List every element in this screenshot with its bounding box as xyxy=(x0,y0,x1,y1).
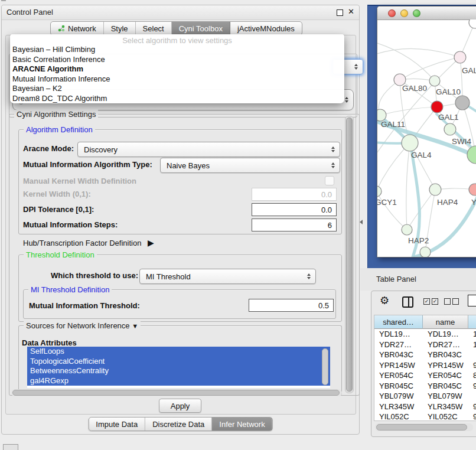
apply-button[interactable]: Apply xyxy=(159,399,201,413)
network-node-hap2[interactable] xyxy=(402,224,412,235)
network-node-label: GCY1 xyxy=(377,198,397,207)
column-header-partial[interactable]: A xyxy=(468,315,476,329)
close-icon[interactable]: ✕ xyxy=(348,7,354,16)
table-row[interactable]: YDL19…YDL19…13 xyxy=(374,329,476,340)
tab-cyni-toolbox[interactable]: Cyni Toolbox xyxy=(172,22,230,35)
panel-corner-chip[interactable] xyxy=(3,444,18,450)
network-node-gal1[interactable] xyxy=(431,101,443,113)
mac-minimize-icon[interactable] xyxy=(400,9,408,17)
attribute-item[interactable]: TopologicalCoefficient xyxy=(27,357,330,367)
network-edge[interactable] xyxy=(377,191,407,230)
dropdown-item[interactable]: Bayesian – K2 xyxy=(10,84,344,94)
table-cell: 9. xyxy=(468,361,476,370)
table-hscroll-thumb[interactable] xyxy=(376,424,467,431)
settings-vscroll-track[interactable] xyxy=(345,116,354,393)
network-edge[interactable] xyxy=(400,57,460,80)
bottom-tab-infer-network[interactable]: Infer Network xyxy=(212,418,272,431)
network-node-swi4[interactable] xyxy=(444,123,456,135)
attribute-item[interactable]: gal4RGexp xyxy=(27,376,330,386)
network-node-green-right[interactable] xyxy=(467,146,476,164)
which-threshold-combo[interactable]: MI Threshold xyxy=(139,269,316,284)
columns-icon[interactable] xyxy=(402,296,413,308)
new-table-icon[interactable] xyxy=(468,295,476,306)
dropdown-item[interactable]: ARACNE Algorithm xyxy=(10,64,344,74)
network-node-gray-node[interactable] xyxy=(455,96,470,110)
network-node-salmon-node[interactable] xyxy=(469,184,476,195)
column-header-name[interactable]: name xyxy=(423,315,468,329)
stepper-icon xyxy=(305,269,312,283)
attributes-scrollbar[interactable] xyxy=(322,348,328,385)
float-window-icon[interactable] xyxy=(337,9,343,16)
mi-steps-field[interactable]: 6 xyxy=(252,219,337,231)
table-row[interactable]: YBL079WYBL079W xyxy=(374,391,476,402)
bottom-tab-impute-data[interactable]: Impute Data xyxy=(89,418,145,431)
mi-threshold-field[interactable]: 0.5 xyxy=(249,299,334,312)
tab-style[interactable]: Style xyxy=(104,22,136,35)
threshold-definition-caption: Threshold Definition xyxy=(24,250,97,259)
manual-kernel-checkbox[interactable] xyxy=(325,176,334,185)
table-cell: 13 xyxy=(468,330,476,338)
table-hscroll-track[interactable] xyxy=(375,423,473,431)
top-edge-mark xyxy=(1,0,6,1)
bottom-tab-discretize-data[interactable]: Discretize Data xyxy=(145,418,212,431)
clear-checks-icon[interactable] xyxy=(444,298,459,305)
dropdown-item[interactable]: Basic Correlation Inference xyxy=(10,55,344,65)
aracne-mode-combo[interactable]: Discovery xyxy=(77,142,340,157)
tab-jactivemnodules[interactable]: jActiveMNodules xyxy=(230,22,302,35)
network-edge[interactable] xyxy=(407,190,435,230)
network-graph[interactable]: GALGAL80GAL10GAL1GAL11SWI4GAL4GCY1HAP4YH… xyxy=(377,19,476,257)
dropdown-item[interactable]: Dream8 DC_TDC Algorithm xyxy=(10,94,344,104)
network-window[interactable]: GALGAL80GAL10GAL1GAL11SWI4GAL4GCY1HAP4YH… xyxy=(377,6,476,257)
which-threshold-value: MI Threshold xyxy=(146,272,191,281)
network-node-bottom-partial[interactable] xyxy=(420,247,431,257)
sources-label: Sources for Network Inference xyxy=(26,321,130,330)
network-edge[interactable] xyxy=(406,143,410,230)
network-node-gal10[interactable] xyxy=(429,76,440,86)
data-attributes-list[interactable]: SelfLoopsTopologicalCoefficientBetweenne… xyxy=(27,347,330,388)
network-node-label: GAL11 xyxy=(381,120,405,129)
table-row[interactable]: YBR045CYBR045C9. xyxy=(374,381,476,392)
network-edge[interactable] xyxy=(377,48,460,57)
table-row[interactable]: YIL052CYIL052C9 xyxy=(374,412,476,421)
kernel-width-field[interactable]: 0.0 xyxy=(252,188,337,201)
dropdown-item[interactable]: Mutual Information Inference xyxy=(10,74,344,84)
settings-vscroll-thumb[interactable] xyxy=(346,118,353,392)
hub-definition-toggle[interactable]: Hub/Transcription Factor Definition ▶ xyxy=(23,238,154,247)
dpi-tolerance-field[interactable]: 0.0 xyxy=(252,203,337,216)
mi-type-label: Mutual Information Algorithm Type: xyxy=(23,160,152,169)
mac-zoom-icon[interactable] xyxy=(413,9,420,17)
table-row[interactable]: YER054CYER054C8. xyxy=(374,370,476,381)
tab-network[interactable]: Network xyxy=(51,22,104,35)
attribute-item[interactable]: BetweennessCentrality xyxy=(27,366,330,376)
network-node-gal4[interactable] xyxy=(402,135,418,151)
mi-type-combo[interactable]: Naive Bayes xyxy=(160,158,340,173)
network-node-label: HAP4 xyxy=(437,198,458,207)
table-cell: YLR345W xyxy=(374,402,423,411)
network-edge[interactable] xyxy=(377,57,460,156)
table-row[interactable]: YPR145WYPR145W9. xyxy=(374,360,476,371)
gear-icon[interactable]: ⚙ xyxy=(380,294,389,307)
stepper-icon xyxy=(353,60,360,74)
network-node-gcy1[interactable] xyxy=(377,186,382,197)
table-row[interactable]: YLR345WYLR345W9. xyxy=(374,402,476,412)
table-cell: 9. xyxy=(468,381,476,390)
sources-caption[interactable]: Sources for Network Inference ▼ xyxy=(24,321,141,330)
settings-hscroll-track[interactable] xyxy=(11,389,342,396)
table-row[interactable]: YDR27…YDR27…12 xyxy=(374,340,476,350)
network-node-gal-pink[interactable] xyxy=(454,51,466,63)
network-node-hap4[interactable] xyxy=(429,184,441,195)
settings-hscroll-thumb[interactable] xyxy=(12,390,340,396)
column-header-shared[interactable]: shared… xyxy=(374,315,423,329)
network-node-gal11[interactable] xyxy=(377,109,386,121)
tab-select[interactable]: Select xyxy=(136,22,172,35)
dropdown-item[interactable]: Bayesian – Hill Climbing xyxy=(10,45,344,55)
attribute-item[interactable]: SelfLoops xyxy=(27,347,330,357)
network-edge[interactable] xyxy=(377,143,410,191)
network-node-top-partial[interactable] xyxy=(469,19,476,28)
splitter-collapse-icon[interactable] xyxy=(360,220,363,224)
table-row[interactable]: YBR043CYBR043C xyxy=(374,350,476,360)
manual-kernel-label: Manual Kernel Width Definition xyxy=(23,177,136,185)
mac-close-icon[interactable] xyxy=(388,9,396,17)
network-window-titlebar[interactable] xyxy=(377,6,476,20)
select-all-checks-icon[interactable]: ✓✓ xyxy=(423,298,438,305)
